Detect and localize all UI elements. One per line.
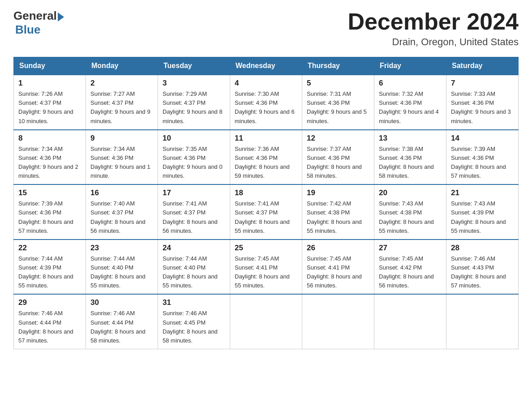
day-info: Sunrise: 7:39 AMSunset: 4:36 PMDaylight:… xyxy=(18,199,81,235)
day-number: 8 xyxy=(18,134,81,143)
day-info: Sunrise: 7:26 AMSunset: 4:37 PMDaylight:… xyxy=(18,90,81,126)
day-number: 22 xyxy=(18,244,81,253)
day-info: Sunrise: 7:36 AMSunset: 4:36 PMDaylight:… xyxy=(235,145,297,181)
day-info: Sunrise: 7:38 AMSunset: 4:36 PMDaylight:… xyxy=(379,145,442,181)
calendar-week-1: 1Sunrise: 7:26 AMSunset: 4:37 PMDaylight… xyxy=(14,75,519,130)
month-title: December 2024 xyxy=(348,9,519,34)
calendar-week-2: 8Sunrise: 7:34 AMSunset: 4:36 PMDaylight… xyxy=(14,130,519,185)
day-info: Sunrise: 7:34 AMSunset: 4:36 PMDaylight:… xyxy=(18,145,81,181)
day-number: 9 xyxy=(90,134,153,143)
calendar-cell: 19Sunrise: 7:42 AMSunset: 4:38 PMDayligh… xyxy=(302,184,374,240)
calendar-cell: 14Sunrise: 7:39 AMSunset: 4:36 PMDayligh… xyxy=(446,130,519,185)
calendar-cell: 31Sunrise: 7:46 AMSunset: 4:45 PMDayligh… xyxy=(158,294,230,349)
day-number: 29 xyxy=(18,298,81,307)
calendar-cell: 18Sunrise: 7:41 AMSunset: 4:37 PMDayligh… xyxy=(230,184,302,240)
day-info: Sunrise: 7:33 AMSunset: 4:36 PMDaylight:… xyxy=(451,90,514,126)
calendar-cell: 28Sunrise: 7:46 AMSunset: 4:43 PMDayligh… xyxy=(446,240,519,295)
col-tuesday: Tuesday xyxy=(158,57,230,75)
day-number: 11 xyxy=(235,134,297,143)
day-number: 28 xyxy=(451,244,514,253)
calendar-cell xyxy=(302,294,374,349)
day-info: Sunrise: 7:45 AMSunset: 4:41 PMDaylight:… xyxy=(307,254,369,291)
day-number: 7 xyxy=(451,79,514,88)
day-number: 31 xyxy=(163,298,225,307)
day-info: Sunrise: 7:29 AMSunset: 4:37 PMDaylight:… xyxy=(163,90,225,126)
calendar-cell: 27Sunrise: 7:45 AMSunset: 4:42 PMDayligh… xyxy=(374,240,446,295)
day-info: Sunrise: 7:41 AMSunset: 4:37 PMDaylight:… xyxy=(235,199,297,235)
calendar-cell: 26Sunrise: 7:45 AMSunset: 4:41 PMDayligh… xyxy=(302,240,374,295)
day-number: 24 xyxy=(163,244,225,253)
calendar-week-3: 15Sunrise: 7:39 AMSunset: 4:36 PMDayligh… xyxy=(14,184,519,240)
day-info: Sunrise: 7:46 AMSunset: 4:44 PMDaylight:… xyxy=(90,309,153,345)
calendar-cell: 10Sunrise: 7:35 AMSunset: 4:36 PMDayligh… xyxy=(158,130,230,185)
day-info: Sunrise: 7:42 AMSunset: 4:38 PMDaylight:… xyxy=(307,199,369,235)
col-sunday: Sunday xyxy=(14,57,86,75)
calendar-cell: 23Sunrise: 7:44 AMSunset: 4:40 PMDayligh… xyxy=(86,240,158,295)
day-number: 17 xyxy=(163,188,225,197)
day-info: Sunrise: 7:39 AMSunset: 4:36 PMDaylight:… xyxy=(451,145,514,181)
col-wednesday: Wednesday xyxy=(230,57,302,75)
day-number: 15 xyxy=(18,188,81,197)
calendar-cell xyxy=(230,294,302,349)
day-number: 18 xyxy=(235,188,297,197)
day-number: 3 xyxy=(163,79,225,88)
calendar-cell xyxy=(374,294,446,349)
calendar-cell: 25Sunrise: 7:45 AMSunset: 4:41 PMDayligh… xyxy=(230,240,302,295)
calendar-cell: 9Sunrise: 7:34 AMSunset: 4:36 PMDaylight… xyxy=(86,130,158,185)
calendar-cell: 30Sunrise: 7:46 AMSunset: 4:44 PMDayligh… xyxy=(86,294,158,349)
day-info: Sunrise: 7:44 AMSunset: 4:40 PMDaylight:… xyxy=(163,254,225,291)
calendar-cell: 16Sunrise: 7:40 AMSunset: 4:37 PMDayligh… xyxy=(86,184,158,240)
day-number: 21 xyxy=(451,188,514,197)
day-number: 27 xyxy=(379,244,442,253)
day-info: Sunrise: 7:30 AMSunset: 4:36 PMDaylight:… xyxy=(235,90,297,126)
day-number: 14 xyxy=(451,134,514,143)
day-info: Sunrise: 7:46 AMSunset: 4:44 PMDaylight:… xyxy=(18,309,81,345)
calendar-cell: 3Sunrise: 7:29 AMSunset: 4:37 PMDaylight… xyxy=(158,75,230,130)
day-number: 20 xyxy=(379,188,442,197)
calendar-cell: 2Sunrise: 7:27 AMSunset: 4:37 PMDaylight… xyxy=(86,75,158,130)
calendar-cell: 8Sunrise: 7:34 AMSunset: 4:36 PMDaylight… xyxy=(14,130,86,185)
calendar-cell: 4Sunrise: 7:30 AMSunset: 4:36 PMDaylight… xyxy=(230,75,302,130)
calendar-cell xyxy=(446,294,519,349)
calendar-table: Sunday Monday Tuesday Wednesday Thursday… xyxy=(13,57,519,349)
calendar-cell: 1Sunrise: 7:26 AMSunset: 4:37 PMDaylight… xyxy=(14,75,86,130)
calendar-cell: 15Sunrise: 7:39 AMSunset: 4:36 PMDayligh… xyxy=(14,184,86,240)
day-info: Sunrise: 7:44 AMSunset: 4:39 PMDaylight:… xyxy=(18,254,81,291)
day-info: Sunrise: 7:27 AMSunset: 4:37 PMDaylight:… xyxy=(90,90,153,126)
day-info: Sunrise: 7:37 AMSunset: 4:36 PMDaylight:… xyxy=(307,145,369,181)
col-saturday: Saturday xyxy=(446,57,519,75)
logo-general-text: General xyxy=(13,9,57,23)
day-info: Sunrise: 7:46 AMSunset: 4:45 PMDaylight:… xyxy=(163,309,225,345)
day-number: 1 xyxy=(18,79,81,88)
calendar-cell: 11Sunrise: 7:36 AMSunset: 4:36 PMDayligh… xyxy=(230,130,302,185)
page-header: General Blue December 2024 Drain, Oregon… xyxy=(13,9,519,48)
calendar-cell: 21Sunrise: 7:43 AMSunset: 4:39 PMDayligh… xyxy=(446,184,519,240)
day-number: 12 xyxy=(307,134,369,143)
day-number: 4 xyxy=(235,79,297,88)
day-number: 6 xyxy=(379,79,442,88)
day-info: Sunrise: 7:34 AMSunset: 4:36 PMDaylight:… xyxy=(90,145,153,181)
calendar-cell: 29Sunrise: 7:46 AMSunset: 4:44 PMDayligh… xyxy=(14,294,86,349)
calendar-cell: 24Sunrise: 7:44 AMSunset: 4:40 PMDayligh… xyxy=(158,240,230,295)
day-number: 13 xyxy=(379,134,442,143)
day-info: Sunrise: 7:45 AMSunset: 4:41 PMDaylight:… xyxy=(235,254,297,291)
calendar-cell: 12Sunrise: 7:37 AMSunset: 4:36 PMDayligh… xyxy=(302,130,374,185)
calendar-cell: 5Sunrise: 7:31 AMSunset: 4:36 PMDaylight… xyxy=(302,75,374,130)
calendar-cell: 17Sunrise: 7:41 AMSunset: 4:37 PMDayligh… xyxy=(158,184,230,240)
day-info: Sunrise: 7:43 AMSunset: 4:38 PMDaylight:… xyxy=(379,199,442,235)
day-number: 26 xyxy=(307,244,369,253)
title-area: December 2024 Drain, Oregon, United Stat… xyxy=(348,9,519,48)
col-monday: Monday xyxy=(86,57,158,75)
calendar-cell: 22Sunrise: 7:44 AMSunset: 4:39 PMDayligh… xyxy=(14,240,86,295)
calendar-week-5: 29Sunrise: 7:46 AMSunset: 4:44 PMDayligh… xyxy=(14,294,519,349)
logo: General Blue xyxy=(13,9,64,37)
day-number: 23 xyxy=(90,244,153,253)
calendar-header-row: Sunday Monday Tuesday Wednesday Thursday… xyxy=(14,57,519,75)
day-info: Sunrise: 7:46 AMSunset: 4:43 PMDaylight:… xyxy=(451,254,514,291)
day-info: Sunrise: 7:44 AMSunset: 4:40 PMDaylight:… xyxy=(90,254,153,291)
col-thursday: Thursday xyxy=(302,57,374,75)
day-info: Sunrise: 7:45 AMSunset: 4:42 PMDaylight:… xyxy=(379,254,442,291)
day-number: 10 xyxy=(163,134,225,143)
day-number: 25 xyxy=(235,244,297,253)
location-subtitle: Drain, Oregon, United States xyxy=(348,36,519,48)
